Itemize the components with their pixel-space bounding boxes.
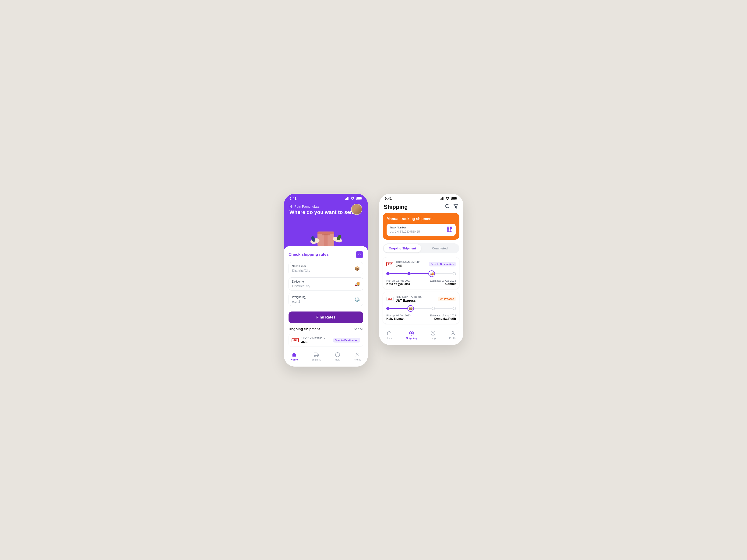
status-bar-left: 9:41 [284, 194, 368, 202]
filter-button[interactable] [453, 204, 459, 210]
jne-progress-track: 🚚 [386, 270, 456, 277]
track-line-2-jt [414, 308, 432, 309]
nav-profile[interactable]: Profile [354, 352, 361, 361]
nav-home-right[interactable]: Home [386, 331, 393, 340]
track-input-wrapper[interactable]: Track Number eg: JN-T4128X5GH25 [387, 224, 456, 236]
qr-icon[interactable] [446, 226, 453, 234]
send-from-content: Send From Disctrict/City [292, 265, 310, 272]
nav-help[interactable]: Help [335, 352, 340, 361]
svg-rect-21 [441, 198, 442, 200]
search-button[interactable] [445, 204, 450, 210]
toggle-button[interactable] [356, 251, 363, 258]
tabs-row: Ongoing Shipment Completed [383, 243, 459, 254]
svg-rect-22 [442, 197, 443, 200]
avatar-image [352, 204, 362, 214]
tracking-card: Manual tracking shipment Track Number eg… [383, 213, 459, 240]
nav-help-label-right: Help [431, 337, 436, 340]
deliver-to-label: Deliver to [292, 280, 310, 283]
jt-route-info: Pick up: 09 Aug 2023 Kab. Sleman Estimat… [386, 314, 456, 320]
signal-icon-right [440, 197, 444, 200]
track-line-1-jt [390, 308, 407, 309]
nav-shipping[interactable]: Shipping [311, 352, 321, 361]
jt-shipment-info: DHZ1412-377T890X J&T Express [396, 295, 436, 302]
status-badge: Sent to Destination [333, 338, 360, 343]
track-input-label: Track Number [390, 226, 420, 229]
jne-logo-right: JNE [386, 262, 393, 266]
jne-logo: JNE [291, 338, 299, 342]
weight-content: Weight (kg) e.g. 2 [292, 295, 306, 303]
send-from-label: Send From [292, 265, 310, 268]
track-line-1-jne [390, 273, 407, 274]
shipment-card-jne[interactable]: JNE TKP01-6M4XNDJX JNE Sent to Destinati… [383, 257, 459, 289]
home-icon-right [387, 331, 392, 336]
shipment-card-jt[interactable]: J&T DHZ1412-377T890X J&T Express On Proc… [383, 292, 459, 324]
status-icons-left [345, 197, 362, 200]
track-line-3-jne [435, 273, 453, 274]
profile-icon [355, 352, 360, 357]
weight-label: Weight (kg) [292, 295, 306, 299]
tab-ongoing[interactable]: Ongoing Shipment [384, 244, 421, 252]
track-input-content: Track Number eg: JN-T4128X5GH25 [390, 226, 420, 233]
nav-profile-right[interactable]: Profile [449, 331, 456, 340]
signal-icon [345, 197, 349, 200]
nav-home-label: Home [291, 358, 298, 361]
help-icon [335, 352, 340, 357]
nav-home[interactable]: Home [291, 352, 298, 361]
deliver-to-input[interactable]: Deliver to Disctrict/City 🚚 [288, 277, 363, 291]
shipping-screen-phone: 9:41 Shipping [379, 194, 463, 345]
svg-rect-3 [348, 197, 349, 200]
jne-tracking-num: TKP01-6M4XNDJX [396, 261, 427, 264]
nav-help-right[interactable]: Help [431, 331, 436, 340]
svg-rect-15 [314, 352, 317, 355]
battery-icon-right [451, 197, 458, 200]
avatar [351, 204, 362, 215]
jt-carrier-name: J&T Express [396, 299, 436, 302]
find-rates-button[interactable]: Find Rates [288, 312, 363, 323]
deliver-to-content: Deliver to Disctrict/City [292, 280, 310, 288]
svg-marker-28 [454, 205, 458, 208]
svg-point-17 [317, 355, 318, 356]
nav-shipping-right[interactable]: Shipping [406, 331, 417, 340]
check-rates-card: Check shipping rates Send From Disctrict… [284, 246, 368, 349]
jne-estimate: Estimate: 17 Aug 2023 Gambir [430, 279, 456, 286]
svg-point-37 [431, 331, 435, 335]
jne-estimate-date: Estimate: 17 Aug 2023 [430, 279, 456, 282]
jne-estimate-city: Gambir [430, 282, 456, 286]
svg-rect-34 [447, 230, 448, 231]
status-bar-right: 9:41 [379, 194, 463, 202]
track-mid-dot-jne [407, 272, 411, 275]
jt-logo: J&T [386, 297, 393, 301]
svg-point-38 [452, 331, 454, 333]
svg-rect-9 [324, 232, 328, 246]
nav-profile-label-right: Profile [449, 337, 456, 340]
jne-status-badge: Sent to Destination [429, 262, 456, 266]
carrier-name: JNE [301, 340, 331, 344]
card-header: Check shipping rates [288, 251, 363, 258]
tracking-card-title: Manual tracking shipment [387, 217, 456, 221]
send-from-input[interactable]: Send From Disctrict/City 📦 [288, 262, 363, 275]
package-icon: 📦 [355, 266, 360, 271]
jne-route-info: Pick up: 12 Aug 2023 Kota Yogyakarta Est… [386, 279, 456, 286]
jne-pickup-date: Pick up: 12 Aug 2023 [386, 279, 411, 282]
svg-rect-33 [450, 227, 451, 228]
nav-profile-label: Profile [354, 358, 361, 361]
jt-pickup-city: Kab. Sleman [386, 317, 411, 320]
battery-icon [356, 197, 362, 200]
ongoing-title: Ongoing Shipment [288, 327, 320, 331]
tab-completed[interactable]: Completed [421, 244, 459, 252]
svg-rect-20 [440, 198, 440, 200]
wifi-icon [351, 197, 355, 200]
track-mid-dot-jt [432, 307, 435, 310]
svg-rect-0 [345, 198, 346, 200]
weight-input[interactable]: Weight (kg) e.g. 2 ⚖️ [288, 293, 363, 306]
jne-shipment-info: TKP01-6M4XNDJX JNE [396, 261, 427, 268]
see-all-link[interactable]: See All [354, 327, 363, 331]
track-line-2-jne [411, 273, 428, 274]
weight-placeholder: e.g. 2 [292, 300, 306, 303]
nav-home-label-right: Home [386, 337, 393, 340]
shipment-detail-header-jt: J&T DHZ1412-377T890X J&T Express On Proc… [386, 295, 456, 302]
svg-rect-2 [347, 197, 348, 200]
svg-rect-1 [346, 198, 347, 200]
shipping-icon-right [409, 331, 414, 336]
jt-status-badge: On Process [438, 297, 456, 301]
